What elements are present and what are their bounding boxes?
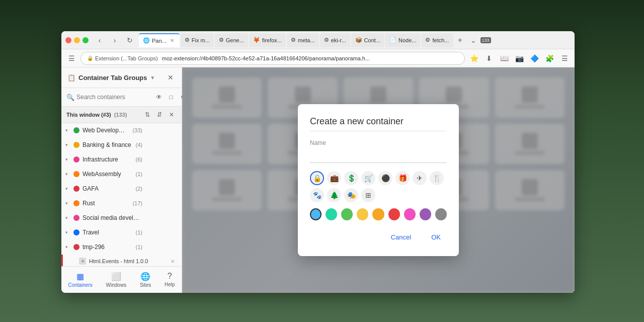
sidebar-dropdown-icon[interactable]: ▼ (150, 75, 155, 80)
star-button[interactable]: ☆ (145, 242, 155, 252)
close-container-button[interactable]: ✕ (168, 213, 178, 223)
more-button[interactable]: ··· (156, 242, 167, 252)
more-button[interactable]: ··· (156, 140, 167, 150)
icon-option-cart[interactable]: 🛒 (361, 171, 375, 185)
menu-button[interactable]: ☰ (558, 52, 571, 64)
tab-eki[interactable]: ⚙ eki-r... (320, 33, 350, 47)
footer-help-button[interactable]: ? Help (160, 270, 179, 290)
tab-gen[interactable]: ⚙ Gene... (215, 33, 248, 47)
close-container-button[interactable]: ✕ (168, 169, 178, 179)
close-container-button[interactable]: ✕ (168, 227, 178, 237)
star-button[interactable]: ☆ (145, 184, 155, 194)
reload-button[interactable]: ↻ (124, 34, 136, 46)
close-container-button[interactable]: ✕ (168, 154, 178, 165)
color-option-red[interactable] (388, 208, 400, 220)
tab-panorama[interactable]: 🌐 Pan... ✕ (139, 33, 180, 47)
close-container-button[interactable]: ✕ (168, 184, 178, 194)
close-window-button[interactable] (65, 37, 71, 43)
more-button[interactable]: ··· (156, 154, 167, 165)
color-option-yellow[interactable] (357, 208, 368, 220)
forward-button[interactable]: › (109, 34, 121, 46)
color-option-pink[interactable] (404, 208, 416, 220)
minimize-window-button[interactable] (74, 37, 80, 43)
close-container-button[interactable]: ✕ (168, 125, 178, 135)
search-option-1[interactable]: 👁 (154, 92, 164, 102)
container-item-social[interactable]: ▾ Social media developme... ☆ ··· ✕ (61, 211, 182, 225)
expand-all-button[interactable]: ⇵ (154, 110, 165, 120)
more-button[interactable]: ··· (156, 125, 167, 135)
icon-option-dollar[interactable]: 💲 (344, 171, 358, 185)
container-item-web-dev[interactable]: ▾ Web Development (33) ☆ ··· ✕ (61, 123, 182, 138)
container-name-input[interactable] (310, 148, 447, 163)
more-button[interactable]: ··· (156, 184, 167, 194)
container-indicator[interactable]: 🔷 (528, 52, 540, 64)
container-item-wasm[interactable]: ▾ WebAssembly (1) ☆ ··· ✕ (61, 167, 182, 182)
tab-meta[interactable]: ⚙ meta... (287, 33, 319, 47)
container-item-travel[interactable]: ▾ Travel (1) ☆ ··· ✕ (61, 225, 182, 240)
star-button[interactable]: ☆ (145, 227, 155, 237)
star-button[interactable]: ☆ (145, 198, 155, 208)
more-button[interactable]: ··· (156, 169, 167, 179)
more-button[interactable]: ··· (156, 198, 167, 208)
sidebar-close-button[interactable]: ✕ (166, 72, 176, 83)
more-button[interactable]: ··· (156, 213, 167, 223)
footer-sites-button[interactable]: 🌐 Sites (136, 270, 155, 290)
cancel-button[interactable]: Cancel (385, 230, 417, 244)
sub-item-html-events[interactable]: ⚛ Html.Events - html 1.0.0 ✕ (61, 255, 182, 266)
extensions-button[interactable]: 🧩 (543, 52, 555, 64)
icon-option-circle[interactable]: ⚫ (378, 171, 392, 185)
download-button[interactable]: ⬇ (483, 52, 495, 64)
icon-option-fence[interactable]: ⊞ (361, 188, 375, 202)
tab-node[interactable]: 📄 Node... (385, 33, 420, 47)
close-container-button[interactable]: ✕ (168, 140, 178, 150)
tab-close-button[interactable]: ✕ (169, 37, 176, 44)
star-button[interactable]: ☆ (145, 154, 155, 165)
close-window-button[interactable]: ✕ (167, 110, 177, 120)
star-button[interactable]: ☆ (145, 169, 155, 179)
maximize-window-button[interactable] (83, 37, 89, 43)
color-option-orange[interactable] (372, 208, 384, 220)
color-option-blue[interactable] (310, 208, 321, 220)
color-option-purple[interactable] (420, 208, 431, 220)
container-item-banking[interactable]: ▾ Banking & finance (4) ☆ ··· ✕ (61, 138, 182, 152)
icon-option-theater[interactable]: 🎭 (344, 188, 358, 202)
sidebar-toggle-button[interactable]: ☰ (65, 52, 77, 64)
tab-cont[interactable]: 📦 Cont... (351, 33, 384, 47)
tab-fix[interactable]: ⚙ Fix m... (181, 33, 214, 47)
footer-containers-button[interactable]: ▦ Containers (64, 270, 96, 290)
ok-button[interactable]: OK (425, 230, 447, 244)
icon-option-plane[interactable]: ✈ (413, 171, 427, 185)
icon-option-lock[interactable]: 🔒 (310, 171, 324, 185)
reader-button[interactable]: 📖 (498, 52, 510, 64)
star-button[interactable]: ☆ (145, 140, 155, 150)
back-button[interactable]: ‹ (94, 34, 106, 46)
address-input[interactable]: 🔒 Extension (...Tab Groups) moz-extensio… (80, 52, 465, 65)
color-option-green[interactable] (341, 208, 353, 220)
close-container-button[interactable]: ✕ (168, 198, 178, 208)
new-tab-button[interactable]: + (454, 34, 466, 46)
screenshot-button[interactable]: 📷 (513, 52, 525, 64)
tab-fetch[interactable]: ⚙ fetch... (421, 33, 453, 47)
search-option-2[interactable]: □ (166, 92, 176, 102)
star-button[interactable]: ☆ (145, 125, 155, 135)
color-option-teal[interactable] (326, 208, 337, 220)
icon-option-food[interactable]: 🍴 (430, 171, 444, 185)
color-option-gray[interactable] (435, 208, 447, 220)
more-button[interactable]: ··· (156, 227, 167, 237)
footer-windows-button[interactable]: ⬜ Windows (102, 270, 131, 290)
tab-firefox[interactable]: 🦊 firefox... (249, 33, 286, 47)
tab-list-button[interactable]: ⌄ (467, 34, 479, 46)
container-item-gafa[interactable]: ▾ GAFA (2) ☆ ··· ✕ (61, 182, 182, 196)
container-item-tmp296[interactable]: ▾ tmp-296 (1) ☆ ··· ✕ (61, 240, 182, 255)
bookmark-button[interactable]: ⭐ (468, 52, 480, 64)
search-input[interactable] (76, 94, 152, 101)
collapse-all-button[interactable]: ⇅ (142, 110, 152, 120)
icon-option-paw[interactable]: 🐾 (310, 188, 324, 202)
close-container-button[interactable]: ✕ (168, 242, 178, 252)
container-item-rust[interactable]: ▾ Rust (17) ☆ ··· ✕ (61, 196, 182, 211)
icon-option-tree[interactable]: 🌲 (327, 188, 341, 202)
icon-option-briefcase[interactable]: 💼 (327, 171, 341, 185)
container-item-infra[interactable]: ▾ Infrastructure (6) ☆ ··· ✕ (61, 152, 182, 167)
close-tab-button[interactable]: ✕ (168, 256, 178, 266)
icon-option-gift[interactable]: 🎁 (395, 171, 410, 185)
